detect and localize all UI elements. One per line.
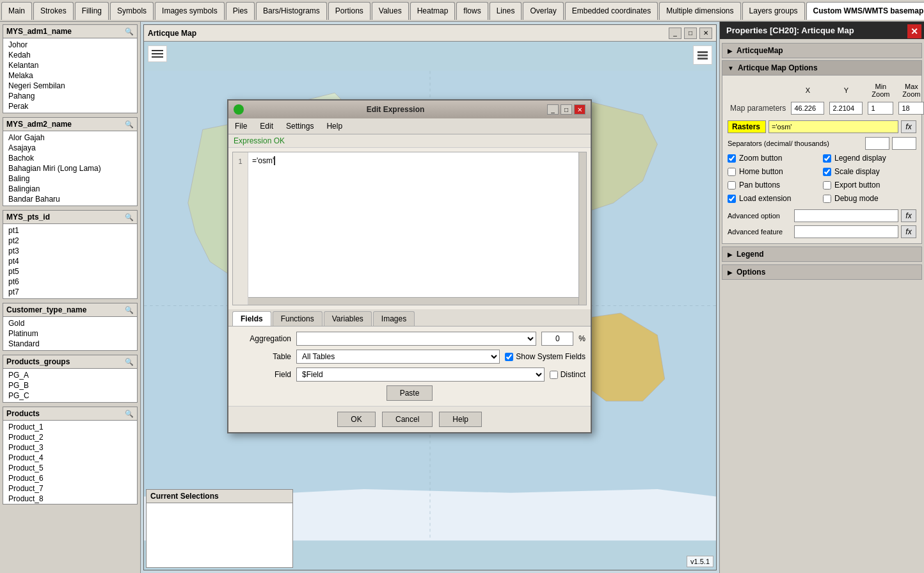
list-item[interactable]: Balingian (3, 184, 137, 194)
search-icon-mys-pts[interactable]: 🔍 (125, 213, 134, 222)
list-item[interactable]: pt7 (3, 287, 137, 297)
y-input[interactable] (829, 102, 863, 115)
tab-bars-histograms[interactable]: Bars/Histograms (256, 2, 327, 20)
list-item[interactable]: Alor Gajah (3, 133, 137, 143)
tab-layers-groups[interactable]: Layers groups (742, 2, 805, 20)
list-item[interactable]: Negeri Sembilan (3, 81, 137, 91)
tab-images-symbols[interactable]: Images symbols (155, 2, 225, 20)
tab-heatmap[interactable]: Heatmap (410, 2, 456, 20)
list-item[interactable]: Platinum (3, 328, 137, 339)
advanced-option-fx-button[interactable]: fx (901, 209, 916, 222)
list-item[interactable]: Standard (3, 339, 137, 349)
list-item[interactable]: Gold (3, 318, 137, 328)
dialog-close-button[interactable]: ✕ (574, 104, 585, 115)
list-item[interactable]: Bahagian Miri (Long Lama) (3, 163, 137, 174)
list-item[interactable]: pt6 (3, 277, 137, 287)
tab-pies[interactable]: Pies (226, 2, 255, 20)
list-item[interactable]: Kelantan (3, 60, 137, 70)
advanced-feature-fx-button[interactable]: fx (901, 225, 916, 238)
field-group-header-mys-pts[interactable]: MYS_pts_id 🔍 (3, 211, 137, 224)
list-item[interactable]: Product_7 (3, 483, 137, 494)
menu-settings[interactable]: Settings (280, 120, 320, 133)
list-item[interactable]: Product_1 (3, 422, 137, 432)
tab-flows[interactable]: flows (456, 2, 488, 20)
dialog-tab-variables[interactable]: Variables (324, 311, 372, 326)
scale-display-checkbox[interactable] (823, 168, 831, 176)
list-item[interactable]: PG_A (3, 370, 137, 380)
list-item[interactable]: Product_5 (3, 463, 137, 473)
list-item[interactable]: Pahang (3, 91, 137, 101)
dialog-tab-functions[interactable]: Functions (273, 311, 323, 326)
expression-editor[interactable]: 1 ='osm' (232, 152, 587, 305)
menu-file[interactable]: File (228, 120, 253, 133)
list-item[interactable]: pt3 (3, 246, 137, 256)
legend-display-checkbox[interactable] (823, 154, 831, 163)
tab-strokes[interactable]: Strokes (33, 2, 74, 20)
tab-custom-wms[interactable]: Custom WMS/WMTS basemap (806, 2, 924, 20)
list-item[interactable]: Product_3 (3, 442, 137, 453)
dialog-tab-images[interactable]: Images (373, 311, 415, 326)
list-item[interactable]: pt1 (3, 225, 137, 236)
list-item[interactable]: Melaka (3, 70, 137, 81)
map-restore-button[interactable]: □ (684, 28, 697, 39)
tab-filling[interactable]: Filling (75, 2, 109, 20)
zoom-button-checkbox[interactable] (728, 154, 736, 163)
paste-button[interactable]: Paste (386, 385, 433, 401)
list-item[interactable]: Product_4 (3, 453, 137, 463)
aggregation-pct-input[interactable] (541, 332, 573, 346)
field-group-header-mys-adm1[interactable]: MYS_adm1_name 🔍 (3, 25, 137, 38)
cancel-button[interactable]: Cancel (382, 412, 433, 427)
legend-section-header[interactable]: ▶ Legend (722, 246, 922, 262)
field-group-header-products-groups[interactable]: Products_groups 🔍 (3, 355, 137, 369)
list-item[interactable]: Product_8 (3, 494, 137, 504)
debug-mode-checkbox[interactable] (823, 195, 831, 203)
tab-portions[interactable]: Portions (328, 2, 370, 20)
list-item[interactable]: pt5 (3, 266, 137, 277)
pan-buttons-checkbox[interactable] (728, 181, 736, 190)
list-item[interactable]: Product_6 (3, 473, 137, 483)
thousands-separator-input[interactable] (892, 137, 916, 150)
tab-values[interactable]: Values (372, 2, 409, 20)
articque-map-options-section-header[interactable]: ▼ Articque Map Options (722, 60, 922, 76)
ok-button[interactable]: OK (337, 412, 376, 427)
field-group-header-products[interactable]: Products 🔍 (3, 407, 137, 421)
min-zoom-input[interactable] (868, 102, 893, 115)
list-item[interactable]: PG_C (3, 391, 137, 401)
map-close-button[interactable]: ✕ (699, 28, 712, 39)
tab-overlay[interactable]: Overlay (523, 2, 563, 20)
list-item[interactable]: Bandar Baharu (3, 194, 137, 204)
aggregation-select[interactable] (296, 332, 536, 346)
rasters-fx-button[interactable]: fx (901, 120, 916, 133)
list-item[interactable]: pt2 (3, 236, 137, 246)
expr-scrollbar-vertical[interactable] (578, 152, 586, 305)
options-section-header[interactable]: ▶ Options (722, 264, 922, 280)
decimal-separator-input[interactable] (865, 137, 889, 150)
tab-lines[interactable]: Lines (490, 2, 522, 20)
rasters-input[interactable] (769, 120, 898, 133)
distinct-checkbox[interactable] (550, 371, 558, 379)
list-item[interactable]: pt4 (3, 256, 137, 266)
articque-map-section-header[interactable]: ▶ ArticqueMap (722, 43, 922, 58)
show-system-fields-checkbox[interactable] (505, 353, 513, 361)
export-button-checkbox[interactable] (823, 181, 831, 190)
field-group-header-customer-type[interactable]: Customer_type_name 🔍 (3, 303, 137, 317)
load-extension-checkbox[interactable] (728, 195, 736, 203)
search-icon-mys-adm2[interactable]: 🔍 (125, 120, 134, 129)
field-select[interactable]: $Field (296, 367, 545, 382)
list-item[interactable]: Bachok (3, 153, 137, 163)
x-input[interactable] (791, 102, 824, 115)
tab-embedded-coords[interactable]: Embedded coordinates (565, 2, 658, 20)
home-button-checkbox[interactable] (728, 168, 736, 176)
search-icon-customer-type[interactable]: 🔍 (125, 306, 134, 314)
search-icon-products-groups[interactable]: 🔍 (125, 358, 134, 366)
dialog-tab-fields[interactable]: Fields (232, 311, 271, 326)
list-item[interactable]: Johor (3, 40, 137, 50)
max-zoom-input[interactable] (898, 102, 924, 115)
list-item[interactable]: Baling (3, 174, 137, 184)
list-item[interactable]: Kedah (3, 50, 137, 60)
expr-scrollbar-horizontal[interactable] (248, 297, 578, 305)
map-minimize-button[interactable]: _ (669, 28, 681, 39)
tab-symbols[interactable]: Symbols (110, 2, 154, 20)
tab-main[interactable]: Main (1, 2, 32, 20)
dialog-restore-button[interactable]: □ (561, 104, 572, 115)
